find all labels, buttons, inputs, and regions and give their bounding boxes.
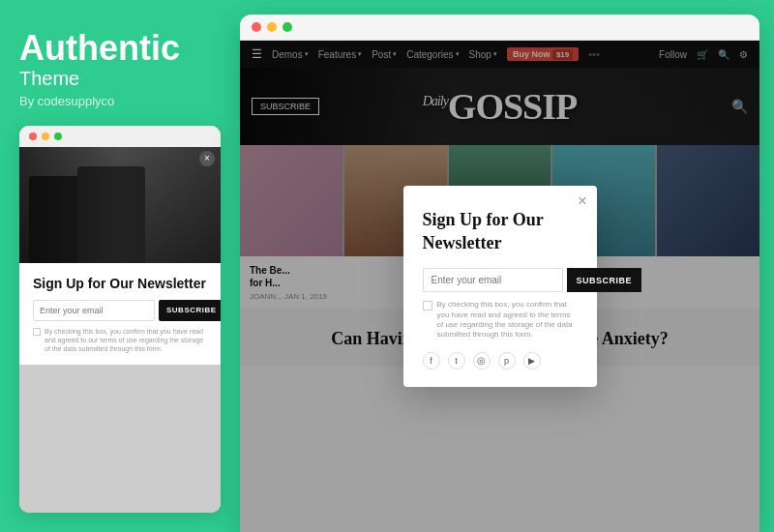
browser-content: ☰ Demos ▾ Features ▾ Post ▾ Categories ▾… — [240, 41, 759, 532]
dot-yellow[interactable] — [267, 22, 277, 32]
modal-email-row: SUBSCRIBE — [423, 268, 578, 292]
brand-by: By codesupplyco — [19, 94, 221, 108]
modal-checkbox[interactable] — [423, 301, 432, 310]
mini-dot-yellow[interactable] — [42, 133, 49, 140]
mini-browser-content: × Sign Up for Our Newsletter SUBSCRIBE B… — [19, 147, 221, 513]
mini-newsletter-title: Sign Up for Our Newsletter — [33, 275, 207, 292]
social-pinterest[interactable]: p — [498, 352, 516, 369]
mini-dot-green[interactable] — [54, 133, 62, 140]
mini-browser: × Sign Up for Our Newsletter SUBSCRIBE B… — [19, 126, 221, 513]
modal-close-button[interactable]: × — [578, 193, 586, 209]
brand-subtitle: Theme — [19, 68, 221, 90]
modal-checkbox-text: By checking this box, you confirm that y… — [437, 300, 578, 340]
dot-green[interactable] — [283, 22, 292, 32]
social-youtube[interactable]: ▶ — [523, 352, 541, 369]
mini-browser-bar — [19, 126, 221, 147]
modal-title: Sign Up for Our Newsletter — [423, 209, 578, 254]
mini-dot-red[interactable] — [29, 133, 37, 140]
mini-subscribe-button[interactable]: SUBSCRIBE — [159, 300, 221, 321]
mini-hero-bg — [19, 147, 221, 263]
modal-checkbox-row: By checking this box, you confirm that y… — [423, 300, 578, 340]
mini-figure-1 — [29, 176, 87, 263]
browser-bar — [240, 15, 759, 41]
social-facebook[interactable]: f — [423, 352, 440, 369]
mini-checkbox[interactable] — [33, 328, 41, 336]
brand-title: Authentic — [19, 29, 221, 68]
dot-red[interactable] — [252, 22, 261, 32]
social-instagram[interactable]: ◎ — [473, 352, 491, 369]
mini-newsletter: Sign Up for Our Newsletter SUBSCRIBE By … — [19, 263, 221, 365]
mini-hero-image: × — [19, 147, 221, 263]
modal-overlay[interactable]: × Sign Up for Our Newsletter SUBSCRIBE B… — [240, 41, 759, 532]
left-panel: Authentic Theme By codesupplyco × Sign U… — [0, 0, 240, 532]
modal-email-input[interactable] — [423, 268, 563, 292]
modal-social-row: f t ◎ p ▶ — [423, 352, 578, 369]
social-twitter[interactable]: t — [448, 352, 465, 369]
mini-email-input[interactable] — [33, 300, 155, 321]
newsletter-modal: × Sign Up for Our Newsletter SUBSCRIBE B… — [403, 186, 597, 386]
mini-checkbox-text: By checking this box, you confirm that y… — [45, 327, 207, 353]
modal-subscribe-button[interactable]: SUBSCRIBE — [567, 268, 642, 292]
mini-checkbox-row: By checking this box, you confirm that y… — [33, 327, 207, 353]
right-panel: ☰ Demos ▾ Features ▾ Post ▾ Categories ▾… — [240, 15, 759, 532]
mini-email-row: SUBSCRIBE — [33, 300, 207, 321]
mini-figure-2 — [77, 166, 145, 263]
mini-close-button[interactable]: × — [199, 151, 215, 166]
